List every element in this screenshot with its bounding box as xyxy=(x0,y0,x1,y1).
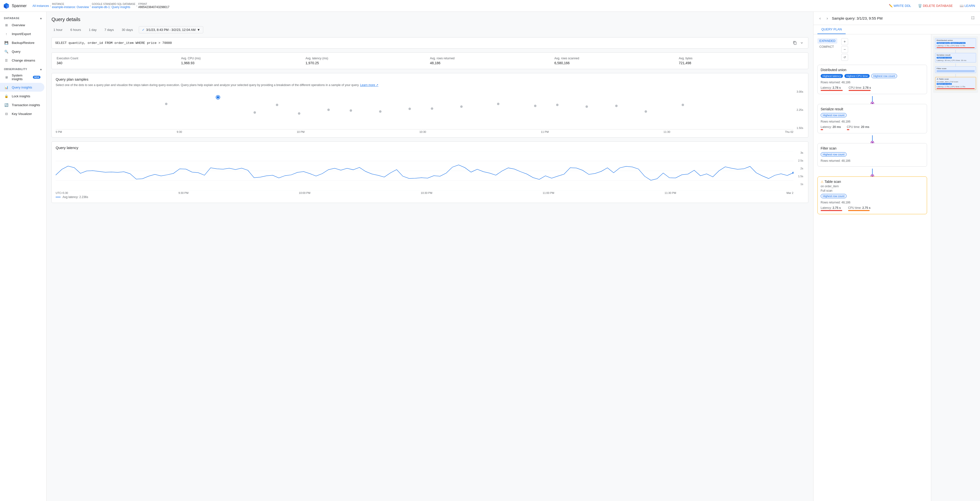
scatter-dot-10[interactable] xyxy=(460,105,463,108)
badge-highest-row-count-fs: Highest row count xyxy=(821,152,846,157)
sql-box: SELECT quantity, order_id FROM order_ite… xyxy=(51,37,808,49)
expand-panel-button[interactable] xyxy=(970,15,976,22)
cpu-bar-du xyxy=(849,90,871,91)
learn-icon: 📖 xyxy=(960,4,964,8)
node-distributed-union: Distributed union Highest latency Highes… xyxy=(818,65,927,94)
scatter-dot-5[interactable] xyxy=(431,107,433,110)
edit-icon: ✏️ xyxy=(889,4,893,8)
time-7d[interactable]: 7 days xyxy=(102,27,116,33)
scatter-dot-1[interactable] xyxy=(165,103,167,105)
sidebar-item-overview[interactable]: ⊞ Overview xyxy=(0,21,45,29)
latency-bar-sr xyxy=(821,129,823,130)
zoom-out-button[interactable]: − xyxy=(841,46,848,53)
stats-row: Execution Count 340 Avg. CPU (ms) 1,968.… xyxy=(51,52,808,69)
zoom-in-button[interactable]: + xyxy=(841,38,848,45)
query-icon: 🔍 xyxy=(4,49,9,54)
stat-avg-latency: Avg. latency (ms) 1,970.25 xyxy=(305,57,430,65)
legend-line xyxy=(56,197,60,197)
scatter-dot-16[interactable] xyxy=(644,110,647,113)
badge-highest-latency: Highest latency xyxy=(821,74,843,78)
app-logo: Spanner xyxy=(3,2,31,9)
sidebar-item-query-insights[interactable]: 📊 Query insights xyxy=(0,83,45,92)
nav-actions: ✏️ WRITE DDL 🗑️ DELETE DATABASE 📖 LEARN xyxy=(887,2,977,9)
time-range-picker[interactable]: ✓ 3/1/23, 8:43 PM - 3/2/23, 12:04 AM ▼ xyxy=(139,26,204,33)
scatter-dot-7[interactable] xyxy=(298,112,300,115)
next-sample-button[interactable]: › xyxy=(824,15,830,22)
scatter-dot-15[interactable] xyxy=(615,105,617,107)
sidebar-item-backup-restore[interactable]: 💾 Backup/Restore xyxy=(0,38,45,47)
scatter-dot-4[interactable] xyxy=(379,110,382,113)
plan-minimap: Distributed union Highest latency Highes… xyxy=(931,34,980,501)
upload-icon: ↑ xyxy=(4,31,9,36)
delete-database-button[interactable]: 🗑️ DELETE DATABASE xyxy=(916,2,955,9)
zoom-reset-button[interactable]: ↺ xyxy=(841,54,848,61)
node-filter-scan: Filter scan Highest row count Rows retur… xyxy=(818,143,927,167)
scatter-x-labels: 9 PM 9:30 10 PM 10:30 11 PM 11:30 Thu 02 xyxy=(56,129,804,134)
copy-sql-button[interactable] xyxy=(792,40,798,46)
sidebar-item-system-insights[interactable]: 🖥 System insights NEW xyxy=(0,72,45,83)
learn-button[interactable]: 📖 LEARN xyxy=(958,2,977,9)
query-plan-tabs: QUERY PLAN xyxy=(813,25,980,34)
scatter-dot-2[interactable] xyxy=(276,104,278,106)
tab-query-plan[interactable]: QUERY PLAN xyxy=(818,25,846,34)
scatter-dot-8[interactable] xyxy=(350,109,352,112)
observability-section-title[interactable]: OBSERVABILITY ▲ xyxy=(0,65,46,72)
badge-highest-row-count: Highest row count xyxy=(871,74,897,78)
sidebar-item-transaction-insights[interactable]: 🔄 Transaction insights xyxy=(0,100,45,109)
sidebar: DATABASE ▲ ⊞ Overview ↑ Import/Export 💾 … xyxy=(0,12,46,501)
scatter-plot-container: 3.00s 2.25s 1.50s xyxy=(56,90,804,129)
chart-legend: Avg latency: 2.236s xyxy=(56,194,804,199)
latency-x-labels: UTC+5:30 9:30 PM 10:00 PM 10:30 PM 11:00… xyxy=(56,191,804,194)
sidebar-item-query[interactable]: 🔍 Query xyxy=(0,47,45,56)
compact-view-button[interactable]: COMPACT xyxy=(818,44,837,49)
scatter-dot-3[interactable] xyxy=(327,108,330,111)
learn-more-scatter-link[interactable]: Learn more ↗ xyxy=(360,83,379,87)
key-visualizer-icon: ⊟ xyxy=(4,111,9,116)
cpu-bar-sr xyxy=(847,129,849,130)
node-serialize-result: Serialize result Highest row count Rows … xyxy=(818,104,927,134)
scatter-dot-6[interactable] xyxy=(253,111,256,114)
latency-line-chart xyxy=(56,151,794,191)
scatter-chart-section: Query plan samples Select one of the dot… xyxy=(51,73,808,137)
expand-sql-button[interactable] xyxy=(799,40,805,46)
connector-1 xyxy=(872,96,873,103)
scatter-dot-13[interactable] xyxy=(556,104,558,106)
scatter-dot-12[interactable] xyxy=(534,105,536,107)
sql-text: SELECT quantity, order_id FROM order_ite… xyxy=(55,41,790,45)
time-6h[interactable]: 6 hours xyxy=(68,27,83,33)
database-section-title[interactable]: DATABASE ▲ xyxy=(0,14,46,21)
expanded-view-button[interactable]: EXPANDED xyxy=(818,38,837,44)
breadcrumb-database[interactable]: example-db-1: Query insights xyxy=(92,5,130,9)
save-icon: 💾 xyxy=(4,40,9,45)
scatter-dot-14[interactable] xyxy=(585,105,588,108)
scatter-dot-0[interactable] xyxy=(216,95,220,99)
badge-highest-row-count-sr: Highest row count xyxy=(821,113,846,118)
scatter-dot-9[interactable] xyxy=(409,108,411,110)
delete-icon: 🗑️ xyxy=(918,4,922,8)
time-1d[interactable]: 1 day xyxy=(87,27,99,33)
sidebar-item-import-export[interactable]: ↑ Import/Export xyxy=(0,29,45,38)
sidebar-item-key-visualizer[interactable]: ⊟ Key Visualizer xyxy=(0,109,45,118)
sidebar-item-change-streams[interactable]: ☰ Change streams xyxy=(0,56,45,65)
latency-title: Query latency xyxy=(56,146,804,150)
top-nav: Spanner All instances › INSTANCE example… xyxy=(0,0,980,12)
time-1h[interactable]: 1 hour xyxy=(51,27,64,33)
page-title: Query details xyxy=(51,17,808,22)
main-panel: Query details 1 hour 6 hours 1 day 7 day… xyxy=(46,12,813,501)
time-30d[interactable]: 30 days xyxy=(120,27,135,33)
latency-chart-section: Query latency 3s 2.5s 2s 1.5s 1s UTC+5:3… xyxy=(51,142,808,203)
scatter-dot-11[interactable] xyxy=(497,103,500,105)
breadcrumb-instance[interactable]: example-instance: Overview xyxy=(52,5,89,9)
write-ddl-button[interactable]: ✏️ WRITE DDL xyxy=(887,2,913,9)
transaction-icon: 🔄 xyxy=(4,102,9,107)
right-panel: ‹ › Sample query: 3/1/23, 9:55 PM QUERY … xyxy=(813,12,980,501)
lock-icon: 🔒 xyxy=(4,94,9,99)
scatter-title: Query plan samples xyxy=(56,77,804,81)
scatter-dot-17[interactable] xyxy=(682,104,684,106)
breadcrumb: All instances › INSTANCE example-instanc… xyxy=(33,3,885,9)
prev-sample-button[interactable]: ‹ xyxy=(818,15,822,22)
time-filters: 1 hour 6 hours 1 day 7 days 30 days ✓ 3/… xyxy=(51,26,808,33)
stat-avg-bytes: Avg. bytes 721,498 xyxy=(679,57,803,65)
breadcrumb-all-instances[interactable]: All instances xyxy=(33,4,49,8)
sidebar-item-lock-insights[interactable]: 🔒 Lock insights xyxy=(0,92,45,100)
